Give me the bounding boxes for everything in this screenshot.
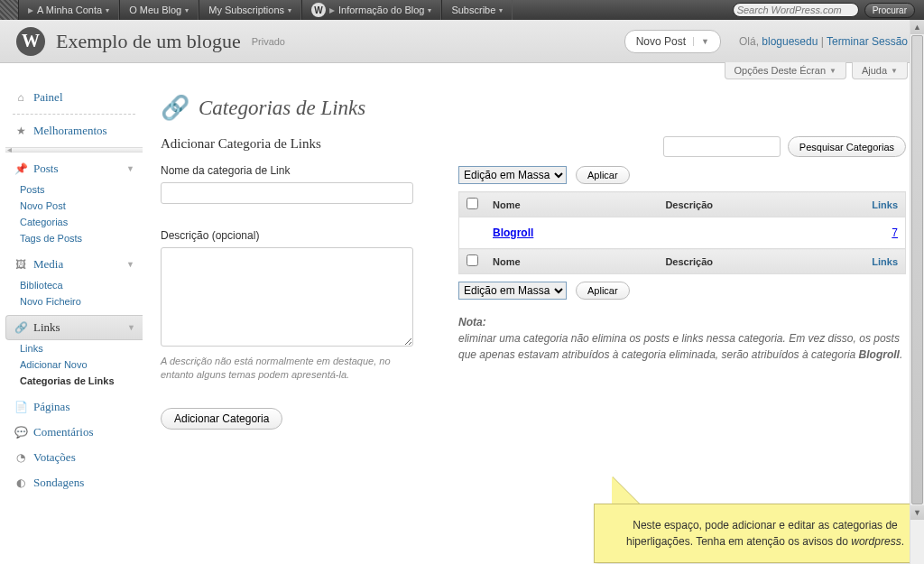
comment-icon: 💬 bbox=[14, 425, 28, 439]
scroll-up-icon[interactable]: ▲ bbox=[910, 20, 924, 34]
bulk-apply-button-bottom[interactable]: Aplicar bbox=[576, 282, 630, 300]
chevron-down-icon[interactable]: ▼ bbox=[127, 323, 135, 332]
category-list-panel: Pesquisar Categorias Edição em Massa Apl… bbox=[458, 136, 906, 430]
category-name-link[interactable]: Blogroll bbox=[493, 227, 533, 239]
sidebar-pages[interactable]: 📄Páginas bbox=[5, 394, 143, 420]
chevron-down-icon[interactable]: ▼ bbox=[126, 260, 134, 269]
poll-icon: ◔ bbox=[14, 450, 28, 465]
category-description-textarea[interactable] bbox=[161, 247, 413, 347]
admin-bar-subscriptions[interactable]: My Subscriptions▾ bbox=[199, 0, 301, 20]
description-hint: A descrição não está normalmente em dest… bbox=[161, 355, 413, 383]
username-link[interactable]: bloguesedu bbox=[762, 35, 818, 48]
sidebar-polls[interactable]: ◔Votações bbox=[5, 445, 143, 470]
sidebar-media-new[interactable]: Novo Ficheiro bbox=[9, 293, 143, 310]
categories-table: Nome Descrição Links Blogroll 7 bbox=[458, 191, 906, 274]
sidebar-posts[interactable]: 📌Posts▼ bbox=[5, 156, 143, 181]
sidebar-media-library[interactable]: Biblioteca bbox=[9, 277, 143, 293]
wordpress-logo-icon: W bbox=[16, 27, 45, 56]
category-desc-cell bbox=[658, 217, 851, 249]
wordpress-icon: W bbox=[311, 3, 326, 17]
select-all-top[interactable] bbox=[467, 198, 478, 209]
name-label: Nome da categoria de Link bbox=[161, 164, 431, 177]
category-name-input[interactable] bbox=[161, 182, 413, 204]
sidebar-comments[interactable]: 💬Comentários bbox=[5, 420, 143, 445]
select-all-bottom[interactable] bbox=[467, 254, 478, 266]
sidebar-upgrades[interactable]: ★Melhoramentos bbox=[5, 118, 143, 143]
site-header: W Exemplo de um blogue Privado Novo Post… bbox=[0, 20, 924, 63]
user-greeting: Olá, bloguesedu | Terminar Sessão bbox=[739, 35, 908, 48]
vertical-scrollbar[interactable]: ▲ ▼ bbox=[910, 20, 924, 564]
bulk-apply-button-top[interactable]: Aplicar bbox=[576, 166, 630, 184]
admin-bar-search-input[interactable] bbox=[733, 3, 859, 17]
help-tab[interactable]: Ajuda▼ bbox=[852, 62, 908, 79]
chevron-down-icon[interactable]: ▼ bbox=[126, 164, 134, 173]
page-icon: 📄 bbox=[14, 400, 28, 414]
admin-bar-search-button[interactable]: Procurar bbox=[864, 3, 915, 18]
admin-bar-subscribe[interactable]: Subscribe▾ bbox=[441, 0, 513, 20]
sidebar-links-cats[interactable]: Categorias de Links bbox=[9, 373, 143, 389]
bulk-action-select-top[interactable]: Edição em Massa bbox=[458, 166, 567, 184]
sidebar-media[interactable]: 🖼Media▼ bbox=[5, 252, 143, 277]
admin-bar-search: Procurar bbox=[724, 0, 924, 20]
admin-bar-my-blog[interactable]: O Meu Blog▾ bbox=[119, 0, 199, 20]
link-large-icon: 🔗 bbox=[161, 94, 189, 122]
sidebar-posts-tags[interactable]: Tags de Posts bbox=[9, 230, 143, 246]
help-callout: Neste espaço, pode adicionar e editar as… bbox=[594, 476, 924, 563]
sidebar-posts-cats[interactable]: Categorias bbox=[9, 214, 143, 230]
sidebar-links-all[interactable]: Links bbox=[9, 340, 143, 356]
sidebar-posts-all[interactable]: Posts bbox=[9, 181, 143, 198]
chevron-down-icon[interactable]: ▼ bbox=[693, 37, 709, 46]
sidebar-surveys[interactable]: ◐Sondagens bbox=[5, 470, 143, 495]
home-icon: ⌂ bbox=[14, 90, 28, 105]
media-icon: 🖼 bbox=[14, 257, 28, 272]
scroll-thumb[interactable] bbox=[911, 35, 923, 504]
form-heading: Adicionar Categoria de Links bbox=[161, 136, 431, 152]
sidebar-links[interactable]: 🔗Links▼ bbox=[5, 315, 143, 340]
description-label: Descrição (opcional) bbox=[161, 229, 431, 242]
bulk-action-select-bottom[interactable]: Edição em Massa bbox=[458, 282, 567, 300]
logout-link[interactable]: Terminar Sessão bbox=[827, 35, 908, 48]
scroll-down-icon[interactable]: ▼ bbox=[910, 505, 924, 520]
footer-note: Nota: eliminar uma categoria não elimina… bbox=[458, 314, 906, 363]
page-title: Categorias de Links bbox=[199, 97, 365, 120]
col-links[interactable]: Links bbox=[852, 192, 906, 217]
search-categories-button[interactable]: Pesquisar Categorias bbox=[788, 136, 906, 157]
screen-options-tab[interactable]: Opções Deste Écran▼ bbox=[725, 62, 846, 79]
admin-bar: ▸A Minha Conta▾ O Meu Blog▾ My Subscript… bbox=[0, 0, 924, 20]
sidebar-posts-new[interactable]: Novo Post bbox=[9, 198, 143, 214]
screen-meta: Opções Deste Écran▼ Ajuda▼ bbox=[0, 62, 924, 79]
category-count-link[interactable]: 7 bbox=[892, 227, 898, 239]
add-category-form: Adicionar Categoria de Links Nome da cat… bbox=[161, 136, 431, 430]
category-search-input[interactable] bbox=[663, 136, 781, 157]
admin-bar-blog-info[interactable]: W▸Informação do Blog▾ bbox=[301, 0, 441, 20]
col-name[interactable]: Nome bbox=[485, 192, 658, 217]
main-content: 🔗 Categorias de Links Adicionar Categori… bbox=[143, 79, 924, 495]
star-icon: ★ bbox=[14, 124, 28, 138]
admin-bar-grip bbox=[0, 0, 18, 20]
add-category-button[interactable]: Adicionar Categoria bbox=[161, 408, 282, 430]
table-row: Blogroll 7 bbox=[459, 217, 906, 249]
survey-icon: ◐ bbox=[14, 476, 28, 490]
privacy-badge: Privado bbox=[252, 36, 285, 47]
admin-bar-my-account[interactable]: ▸A Minha Conta▾ bbox=[18, 0, 119, 20]
site-title[interactable]: Exemplo de um blogue bbox=[56, 30, 241, 53]
sidebar-dashboard[interactable]: ⌂Painel bbox=[5, 85, 143, 110]
pin-icon: 📌 bbox=[14, 162, 28, 176]
admin-sidebar: ⌂Painel ★Melhoramentos 📌Posts▼ Posts Nov… bbox=[0, 79, 143, 495]
col-desc[interactable]: Descrição bbox=[658, 192, 851, 217]
new-post-button[interactable]: Novo Post▼ bbox=[624, 30, 721, 53]
link-icon: 🔗 bbox=[14, 320, 28, 335]
sidebar-links-new[interactable]: Adicionar Novo bbox=[9, 356, 143, 373]
